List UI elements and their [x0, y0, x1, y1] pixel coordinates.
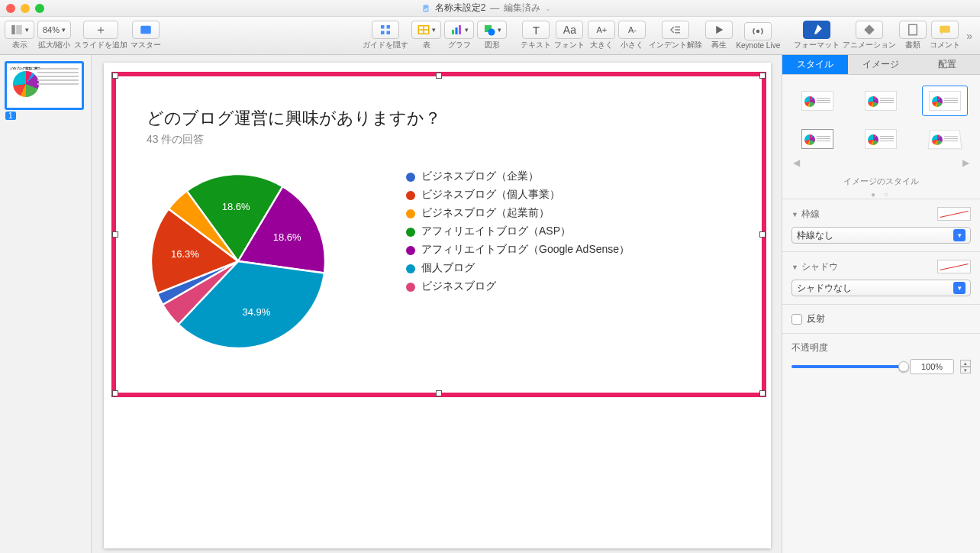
legend-item: 個人ブログ	[406, 261, 630, 275]
svg-rect-9	[387, 25, 391, 29]
resize-handle-bl[interactable]	[112, 390, 118, 396]
legend-label: アフィリエイトブログ（ASP）	[421, 225, 571, 238]
svg-rect-8	[381, 31, 385, 35]
window-controls	[6, 4, 44, 13]
text-icon: T	[533, 24, 540, 37]
legend-swatch	[406, 228, 415, 237]
comment-button[interactable]	[931, 21, 959, 39]
guides-icon	[379, 23, 392, 37]
inspector-tab-image[interactable]: イメージ	[848, 55, 914, 75]
format-inspector: スタイル イメージ 配置 ◀ ▶ イメージのスタイル ● ○ ▼枠線 枠線なし	[782, 55, 980, 553]
shadow-select[interactable]: シャドウなし ▾	[791, 280, 971, 296]
document-button[interactable]	[899, 21, 927, 39]
svg-rect-16	[459, 25, 461, 34]
resize-handle-br[interactable]	[759, 390, 766, 396]
outdent-icon	[669, 23, 682, 37]
chart-button[interactable]: ▾	[444, 21, 474, 39]
resize-handle-ml[interactable]	[112, 231, 118, 238]
opacity-label: 不透明度	[791, 341, 971, 354]
comment-icon	[938, 23, 952, 37]
hide-guides-button[interactable]	[372, 21, 399, 39]
style-preset-1[interactable]	[795, 86, 840, 116]
master-button[interactable]	[132, 21, 160, 39]
svg-rect-3	[427, 8, 427, 11]
font-button[interactable]: Aa	[556, 21, 583, 39]
table-button[interactable]: ▾	[411, 21, 441, 39]
legend-item: アフィリエイトブログ（ASP）	[406, 225, 630, 238]
legend-swatch	[406, 173, 415, 182]
opacity-stepper[interactable]: ▴▾	[960, 360, 971, 374]
resize-handle-tr[interactable]	[759, 73, 766, 79]
smaller-button[interactable]: A-	[618, 21, 646, 39]
legend-label: アフィリエイトブログ（Google AdSense）	[421, 243, 630, 257]
outdent-button[interactable]	[662, 21, 689, 39]
shape-icon	[482, 23, 496, 37]
style-page-dots: ● ○	[782, 190, 980, 199]
style-preset-2[interactable]	[858, 86, 904, 116]
svg-rect-5	[16, 25, 22, 34]
resize-handle-mr[interactable]	[759, 231, 766, 238]
pie-slice-label: 34.9%	[242, 306, 270, 318]
svg-rect-15	[456, 27, 458, 34]
svg-point-22	[756, 29, 760, 33]
inspector-tab-style[interactable]: スタイル	[782, 55, 848, 75]
style-preset-3[interactable]	[922, 86, 968, 116]
brush-icon	[810, 23, 824, 37]
resize-handle-tc[interactable]	[436, 73, 442, 79]
svg-point-18	[488, 29, 495, 36]
shadow-style-swatch[interactable]	[937, 260, 971, 273]
document-title: 名称未設定2	[435, 2, 486, 15]
add-slide-button[interactable]: ＋	[83, 21, 118, 39]
style-preset-6[interactable]	[922, 124, 968, 154]
opacity-value[interactable]: 100%	[910, 359, 954, 374]
opacity-slider[interactable]	[791, 365, 904, 368]
slide: どのブログ運営に興味がありますか？ 43 件の回答 16.3%18.6%18.6…	[104, 63, 771, 548]
legend-item: ビジネスブログ（企業）	[406, 170, 630, 183]
minimize-window-button[interactable]	[21, 4, 30, 13]
legend-label: 個人ブログ	[421, 261, 475, 275]
slide-number: 1	[5, 112, 16, 120]
border-select[interactable]: 枠線なし ▾	[791, 227, 971, 244]
animation-button[interactable]	[856, 21, 883, 39]
chevron-updown-icon: ▾	[953, 282, 965, 294]
resize-handle-bc[interactable]	[436, 390, 442, 396]
window-titlebar: 名称未設定2 — 編集済み ⌄	[0, 0, 980, 17]
svg-rect-6	[140, 26, 151, 34]
slide-thumbnail-1[interactable]: どのブログ運営に興味… 1	[5, 61, 84, 110]
zoom-window-button[interactable]	[35, 4, 44, 13]
resize-handle-tl[interactable]	[112, 73, 118, 79]
border-style-swatch[interactable]	[937, 207, 971, 221]
title-dropdown-icon[interactable]: ⌄	[545, 5, 551, 12]
selection-border[interactable]: どのブログ運営に興味がありますか？ 43 件の回答 16.3%18.6%18.6…	[111, 72, 766, 397]
play-button[interactable]	[705, 21, 733, 39]
keynote-live-button[interactable]	[744, 22, 772, 40]
slide-canvas[interactable]: どのブログ運営に興味がありますか？ 43 件の回答 16.3%18.6%18.6…	[92, 55, 782, 553]
legend-label: ビジネスブログ（起業前）	[421, 206, 550, 220]
chart-subtitle: 43 件の回答	[147, 133, 739, 147]
close-window-button[interactable]	[6, 4, 15, 13]
reflection-checkbox[interactable]: 反射	[791, 312, 971, 325]
bigger-button[interactable]: A+	[588, 21, 615, 39]
legend-item: ビジネスブログ	[406, 280, 630, 293]
style-preset-5[interactable]	[858, 124, 904, 154]
legend-label: ビジネスブログ（企業）	[421, 170, 539, 183]
inspector-tab-arrange[interactable]: 配置	[914, 55, 980, 75]
main-toolbar: ▾ 表示 84%▾ 拡大/縮小 ＋ スライドを追加 マスター ガイドを隠す ▾ …	[0, 17, 980, 55]
svg-rect-1	[424, 9, 425, 11]
style-prev-icon[interactable]: ◀	[793, 157, 800, 168]
text-button[interactable]: T	[522, 21, 550, 39]
zoom-button[interactable]: 84%▾	[37, 21, 71, 39]
pie-slice-label: 16.3%	[171, 248, 199, 260]
style-preset-4[interactable]	[795, 124, 840, 154]
shape-button[interactable]: ▾	[477, 21, 507, 39]
legend-swatch	[406, 209, 415, 218]
style-next-icon[interactable]: ▶	[962, 157, 969, 168]
svg-rect-4	[11, 25, 15, 34]
view-button[interactable]: ▾	[5, 21, 34, 39]
legend-swatch	[406, 246, 415, 255]
legend-swatch	[406, 191, 415, 200]
svg-rect-10	[387, 31, 391, 35]
toolbar-overflow-icon[interactable]: »	[963, 30, 975, 42]
chart-title: どのブログ運営に興味がありますか？	[147, 107, 739, 130]
format-button[interactable]	[803, 21, 830, 39]
